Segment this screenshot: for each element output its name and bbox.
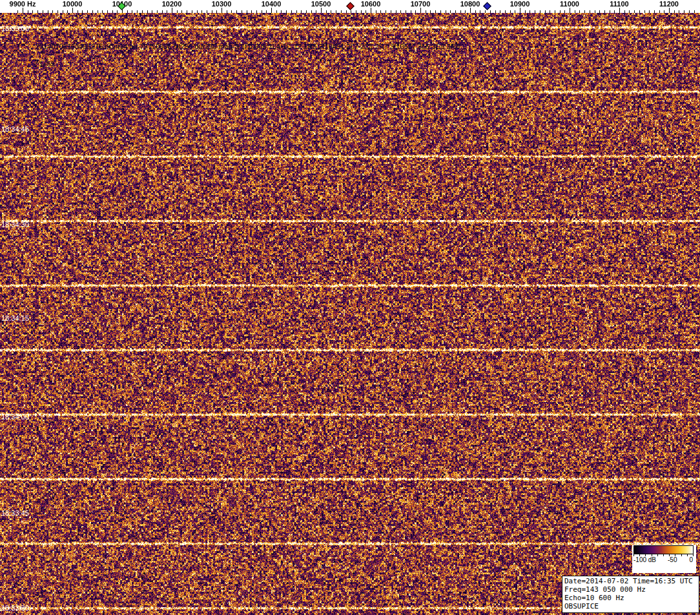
info-line-freq: Freq=143 050 000 Hz: [564, 585, 697, 594]
frequency-tick-label: 9900 Hz: [10, 1, 36, 8]
colorbar-label-max: 0: [689, 556, 693, 563]
info-line-date: Date=2014-07-02 Time=16:35 UTC: [564, 577, 697, 585]
detection-annotation: 20140702163455276 hCnt14 nb-79 f10606 hi…: [36, 43, 460, 50]
time-label: 18:34:30: [1, 221, 29, 228]
frequency-tick-label: 11200: [659, 1, 679, 8]
cursor-annotation: ^1+55: [36, 60, 55, 68]
info-panel: Date=2014-07-02 Time=16:35 UTC Freq=143 …: [562, 576, 699, 613]
spectrogram-canvas[interactable]: [0, 13, 700, 615]
frequency-tick-label: 10300: [212, 1, 232, 8]
time-label: 18:34:00: [1, 413, 29, 421]
time-label: 18:35:00: [1, 25, 29, 32]
frequency-tick-label: 10600: [361, 1, 381, 8]
info-line-station: OBSUPICE: [564, 602, 697, 610]
frequency-tick-label: 10700: [411, 1, 431, 8]
frequency-tick-label: 10200: [162, 1, 182, 8]
frequency-tick-label: 10000: [63, 1, 83, 8]
info-line-echo: Echo=10 600 Hz: [564, 594, 697, 602]
colorbar-label-min: -100 dB: [633, 556, 656, 563]
frequency-tick-label: 10900: [510, 1, 530, 8]
time-label: 18:34:45: [1, 125, 29, 133]
colorbar: -100 dB -50 0: [632, 545, 696, 573]
frequency-tick-label: 11100: [610, 1, 628, 8]
colorbar-label-mid: -50: [668, 556, 677, 563]
time-label: 18:34:15: [1, 314, 29, 322]
spectrogram-app-window: 9900 Hz100001010010200103001040010500106…: [0, 0, 700, 615]
colorbar-labels: -100 dB -50 0: [633, 556, 694, 564]
colorbar-gradient: [633, 545, 694, 554]
time-label: 18:33:30: [1, 604, 29, 612]
frequency-tick-label: 10400: [262, 1, 282, 8]
frequency-tick-label: 10800: [460, 1, 480, 8]
frequency-tick-label: 10500: [311, 1, 331, 8]
frequency-tick-label: 11000: [560, 1, 579, 8]
frequency-axis: 9900 Hz100001010010200103001040010500106…: [0, 0, 700, 13]
time-label: 18:33:45: [1, 509, 29, 517]
